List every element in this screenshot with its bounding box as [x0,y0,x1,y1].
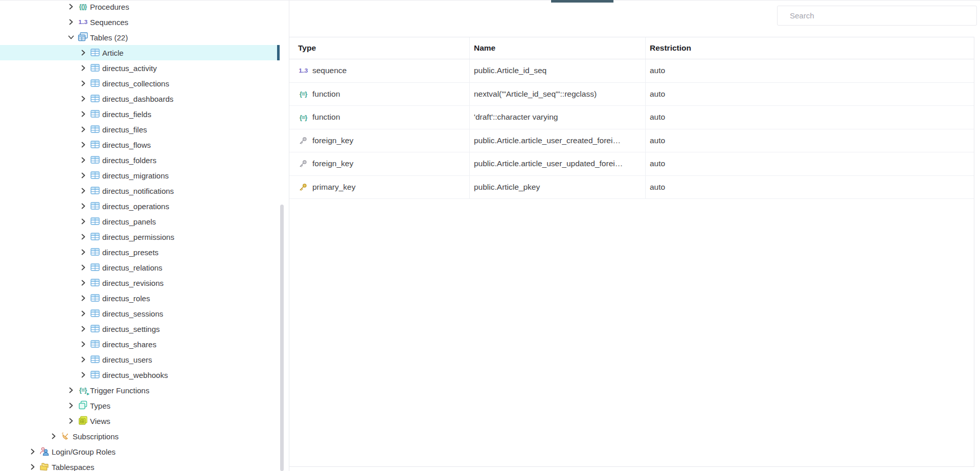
tree-item-trigger-functions[interactable]: {≡}▸Trigger Functions [0,383,280,398]
chevron-right-icon[interactable] [80,279,87,286]
object-explorer-tree: {()}Procedures1..3SequencesTables (22)Ar… [0,0,280,471]
chevron-right-icon[interactable] [67,402,75,409]
tree-item-directus-settings[interactable]: directus_settings [0,321,280,337]
tree-item-label: directus_relations [102,263,163,272]
tree-item-tables-22[interactable]: Tables (22) [0,30,280,45]
tree-item-directus-folders[interactable]: directus_folders [0,152,280,168]
table-row[interactable]: foreign_keypublic.Article.article_user_c… [289,129,974,153]
tree-item-directus-activity[interactable]: directus_activity [0,60,280,76]
tree-item-directus-collections[interactable]: directus_collections [0,76,280,91]
cell-name: public.Article_id_seq [470,59,646,82]
table-row[interactable]: foreign_keypublic.Article.article_user_u… [289,152,974,176]
table-row[interactable]: primary_keypublic.Article_pkeyauto [289,176,974,199]
tree-item-directus-shares[interactable]: directus_shares [0,337,280,352]
cell-name: nextval('"Article_id_seq"'::regclass) [470,83,646,106]
cell-name: 'draft'::character varying [470,106,646,129]
chevron-right-icon[interactable] [80,187,87,194]
tree-item-subscriptions[interactable]: Subscriptions [0,429,280,444]
tree-item-directus-presets[interactable]: directus_presets [0,244,280,260]
cell-type: foreign_key [289,152,470,175]
tree-item-directus-files[interactable]: directus_files [0,122,280,137]
tree-item-directus-permissions[interactable]: directus_permissions [0,229,280,244]
foreign-key-icon [298,136,308,145]
tree-item-procedures[interactable]: {()}Procedures [0,0,280,14]
tree-item-tablespaces[interactable]: Tablespaces [0,459,280,471]
tree-item-directus-operations[interactable]: directus_operations [0,198,280,214]
chevron-right-icon[interactable] [80,203,87,210]
chevron-right-icon[interactable] [80,249,87,256]
chevron-right-icon[interactable] [29,448,36,455]
chevron-right-icon[interactable] [67,3,75,10]
chevron-right-icon[interactable] [80,49,87,56]
table-row[interactable]: {≡}functionnextval('"Article_id_seq"'::r… [289,83,974,106]
chevron-right-icon[interactable] [80,233,87,240]
chevron-right-icon[interactable] [67,387,75,394]
chevron-right-icon[interactable] [80,264,87,271]
type-label: foreign_key [312,136,353,145]
tree-item-label: Trigger Functions [90,386,149,395]
chevron-right-icon[interactable] [80,64,87,72]
chevron-right-icon[interactable] [80,80,87,87]
dependencies-table-body: 1..3sequencepublic.Article_id_seqauto{≡}… [289,59,974,199]
tree-item-directus-migrations[interactable]: directus_migrations [0,168,280,183]
cell-type: primary_key [289,176,470,199]
chevron-right-icon[interactable] [67,18,75,26]
chevron-right-icon[interactable] [80,126,87,133]
tree-item-label: Login/Group Roles [52,447,116,456]
tree-item-sequences[interactable]: 1..3Sequences [0,14,280,30]
chevron-right-icon[interactable] [80,172,87,179]
table-icon [90,339,100,349]
tree-item-directus-dashboards[interactable]: directus_dashboards [0,91,280,106]
tree-item-login-group-roles[interactable]: Login/Group Roles [0,444,280,459]
search-input[interactable] [777,6,977,26]
table-row[interactable]: {≡}function'draft'::character varyingaut… [289,106,974,129]
table-icon [90,63,100,73]
tree-item-views[interactable]: Views [0,413,280,429]
tree-item-directus-panels[interactable]: directus_panels [0,214,280,229]
foreign-key-icon [298,159,308,168]
table-icon [90,293,100,303]
tree-item-directus-fields[interactable]: directus_fields [0,106,280,122]
tree-item-directus-flows[interactable]: directus_flows [0,137,280,152]
tree-item-directus-sessions[interactable]: directus_sessions [0,306,280,321]
chevron-right-icon[interactable] [80,295,87,302]
tree-item-label: directus_notifications [102,187,174,195]
function-icon: {≡} [298,89,308,99]
chevron-right-icon[interactable] [80,356,87,363]
tree-item-directus-notifications[interactable]: directus_notifications [0,183,280,198]
procedures-icon: {()} [78,2,88,11]
tree-item-label: directus_sessions [102,309,163,318]
tree-item-article[interactable]: Article [0,45,280,60]
chevron-right-icon[interactable] [80,218,87,225]
chevron-right-icon[interactable] [80,141,87,148]
chevron-right-icon[interactable] [80,325,87,332]
chevron-right-icon[interactable] [80,95,87,102]
chevron-right-icon[interactable] [80,371,87,378]
tree-item-directus-revisions[interactable]: directus_revisions [0,275,280,290]
tree-item-directus-roles[interactable]: directus_roles [0,290,280,306]
types-icon [78,400,88,410]
tree-item-types[interactable]: Types [0,398,280,413]
tree-item-label: directus_files [102,125,147,134]
tree-item-directus-webhooks[interactable]: directus_webhooks [0,367,280,383]
cell-restriction: auto [646,106,974,129]
chevron-right-icon[interactable] [67,417,75,424]
chevron-right-icon[interactable] [80,310,87,317]
tree-item-label: directus_collections [102,79,169,88]
table-icon [90,278,100,287]
tree-item-label: Sequences [90,18,128,27]
table-row[interactable]: 1..3sequencepublic.Article_id_seqauto [289,59,974,83]
tree-item-label: directus_webhooks [102,371,168,379]
table-icon [90,109,100,119]
tree-item-directus-relations[interactable]: directus_relations [0,260,280,275]
cell-name: public.Article.article_user_updated_fore… [470,152,646,175]
tree-item-label: Tables (22) [90,33,128,42]
tree-item-directus-users[interactable]: directus_users [0,352,280,367]
chevron-down-icon[interactable] [67,34,75,41]
chevron-right-icon[interactable] [50,433,57,440]
chevron-right-icon[interactable] [80,110,87,118]
tree-scrollbar-thumb[interactable] [280,205,284,471]
chevron-right-icon[interactable] [80,341,87,348]
chevron-right-icon[interactable] [29,463,36,470]
chevron-right-icon[interactable] [80,156,87,164]
